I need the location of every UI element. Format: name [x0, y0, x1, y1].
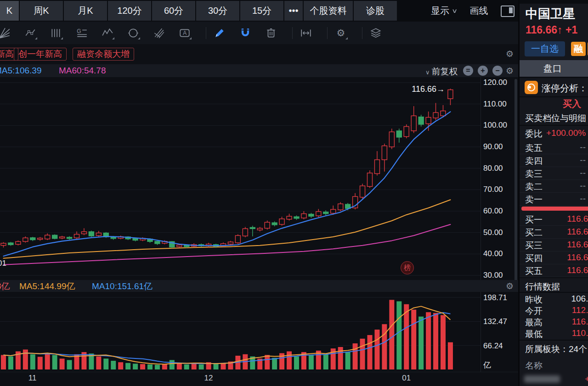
spacing-icon[interactable] — [298, 25, 314, 41]
weibi-label: 委比 — [525, 128, 543, 140]
level-row[interactable]: 卖五-- — [520, 141, 588, 154]
stock-app-window: K周K月K120分60分30分15分•••个股资料诊股显示∨画线 GA⚙ ⚙ 新… — [0, 0, 588, 386]
volume-svg — [0, 292, 518, 372]
weibi-red-bar — [521, 207, 588, 211]
level-row[interactable]: 卖三-- — [520, 167, 588, 180]
zoom-reset-button[interactable]: = — [463, 66, 473, 76]
price-axis-label: 120.00 — [483, 78, 507, 87]
tab-120分[interactable]: 120分 — [108, 1, 151, 21]
limit-up-analysis-row[interactable]: 涨停分析： — [520, 79, 588, 96]
volume-axis-label: 198.71 — [483, 293, 507, 302]
weibi-value: +100.00% — [546, 128, 586, 138]
gear-icon[interactable]: ⚙ — [506, 281, 514, 291]
quote-sidebar: 中国卫星 116.66↑ +1 一自选 融 盘口 涨停分析： 买入 买卖档位与明… — [518, 0, 588, 386]
stock-price: 116.66↑ +1 — [526, 24, 577, 36]
market-data-row: 今开112.0 — [520, 305, 588, 317]
name-column-header: 名称 — [525, 360, 543, 372]
level-row[interactable]: 卖一-- — [520, 192, 588, 206]
signal-tag[interactable]: 融资余额大增 — [73, 48, 134, 61]
sidebar-top-strip — [520, 0, 588, 4]
tab-周K[interactable]: 周K — [20, 1, 63, 21]
price-axis-label: 70.00 — [483, 185, 503, 194]
gann-icon[interactable]: G — [74, 25, 90, 41]
volume-chart[interactable]: 198.71132.4766.24亿 — [0, 292, 518, 372]
pencil-icon[interactable] — [211, 25, 228, 41]
ma-label: MA5:106.39 — [0, 66, 41, 76]
gear-icon[interactable]: ⚙ — [333, 25, 349, 41]
tab-个股资料[interactable]: 个股资料 — [304, 1, 353, 21]
stock-name: 中国卫星 — [526, 6, 575, 22]
market-data-row: 最高116.6 — [520, 317, 588, 328]
volume-unit-label: 亿 — [483, 360, 491, 370]
date-axis-label: 11 — [28, 374, 37, 383]
trash-icon[interactable] — [263, 25, 279, 41]
date-axis: 111201 — [0, 372, 518, 386]
speed-lines-icon[interactable] — [151, 25, 167, 41]
level-row[interactable]: 卖二-- — [520, 179, 588, 193]
price-axis-label: 40.00 — [483, 249, 503, 258]
date-axis-label: 01 — [402, 374, 411, 383]
svg-text:A: A — [183, 30, 187, 36]
wave-icon[interactable] — [99, 25, 116, 41]
display-dropdown[interactable]: 显示 — [431, 5, 449, 17]
tab-15分[interactable]: 15分 — [240, 1, 283, 21]
level-row[interactable]: 买一116.66 — [520, 213, 588, 226]
draw-line-button[interactable]: 画线 — [470, 5, 488, 17]
tab-诊股[interactable]: 诊股 — [354, 1, 397, 21]
zoom-in-button[interactable]: + — [478, 66, 488, 76]
text-label-icon[interactable]: A — [176, 25, 193, 41]
gear-icon[interactable]: ⚙ — [506, 66, 514, 76]
ma-label: MA60:54.78 — [59, 66, 106, 76]
tab-月K[interactable]: 月K — [64, 1, 107, 21]
price-axis-label: 100.00 — [483, 121, 507, 130]
limit-analysis-icon — [525, 81, 538, 94]
gear-icon[interactable]: ⚙ — [506, 49, 514, 59]
zoom-out-button[interactable]: − — [492, 66, 503, 76]
magnet-icon[interactable] — [237, 25, 254, 41]
adjust-mode-dropdown[interactable]: ∨前复权 — [425, 66, 458, 78]
layers-icon[interactable] — [368, 25, 384, 41]
tab-pankou[interactable]: 盘口 — [520, 60, 588, 77]
volume-ma-label: MA5:144.99亿 — [19, 280, 75, 292]
signal-tags-row: ⚙ 新高创一年新高融资余额大增 — [0, 44, 518, 64]
level-row[interactable]: 买三116.64 — [520, 238, 588, 252]
vertical-lines-icon[interactable] — [48, 25, 64, 41]
margin-badge[interactable]: 融 — [571, 42, 586, 56]
blurred-stock-name[interactable] — [524, 375, 560, 383]
candlestick-chart[interactable]: 116.66→ 榜 01 120.00110.00100.0090.0080.0… — [0, 77, 518, 280]
market-data-title: 行情数据 — [525, 281, 560, 293]
tab-60分[interactable]: 60分 — [152, 1, 195, 21]
price-axis-label: 110.00 — [483, 100, 507, 109]
price-axis-label: 30.00 — [483, 271, 503, 280]
last-price-annotation: 116.66→ — [393, 84, 445, 94]
level-row[interactable]: 买四116.63 — [520, 251, 588, 264]
signal-tag[interactable]: 创一年新高 — [14, 48, 67, 61]
cycle-icon[interactable] — [125, 25, 141, 41]
order-book-title: 买卖档位与明细（ — [525, 112, 588, 124]
tab-K[interactable]: K — [0, 1, 19, 21]
tab-30分[interactable]: 30分 — [196, 1, 239, 21]
level-row[interactable]: 卖四-- — [520, 154, 588, 167]
level-row[interactable]: 买五116.62 — [520, 264, 588, 277]
market-data-row: 最低110.0 — [520, 328, 588, 340]
level-row[interactable]: 买二116.65 — [520, 225, 588, 239]
svg-text:G: G — [77, 28, 81, 34]
fan-lines-icon[interactable] — [0, 25, 13, 41]
left-date-label: 01 — [0, 259, 6, 268]
period-tab-bar: K周K月K120分60分30分15分•••个股资料诊股显示∨画线 — [0, 0, 518, 22]
watchlist-button[interactable]: 一自选 — [525, 41, 565, 56]
price-axis-label: 60.00 — [483, 207, 503, 216]
price-axis-label: 50.00 — [483, 228, 503, 237]
volume-axis-label: 132.47 — [483, 317, 507, 326]
panel-toggle-icon[interactable] — [501, 6, 514, 17]
candlestick-svg — [0, 77, 518, 280]
chart-header: ∨前复权 ⚙ MA5:106.39MA60:54.78=+− — [0, 64, 518, 77]
volume-ma-label: 8亿 — [0, 280, 10, 292]
sector-row[interactable]: 所属板块：24个 — [525, 343, 587, 355]
ranking-seal: 榜 — [401, 261, 414, 274]
polyline-icon[interactable] — [22, 25, 39, 41]
tab-•••[interactable]: ••• — [284, 1, 303, 21]
tab-buy[interactable]: 买入 — [520, 98, 588, 111]
volume-header: ⚙ 8亿MA5:144.99亿MA10:151.61亿 — [0, 280, 518, 292]
chevron-down-icon: ∨ — [452, 7, 458, 14]
